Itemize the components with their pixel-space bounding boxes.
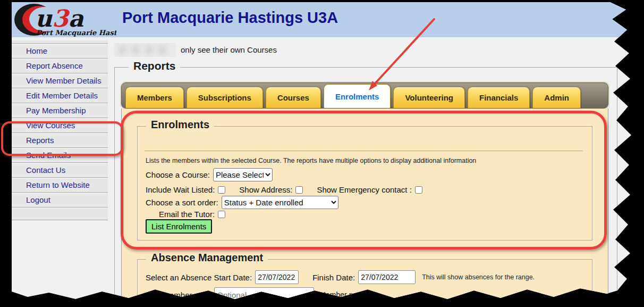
sidebar-spacer [12, 207, 108, 220]
sidebar-nav: Home Report Absence View Member Details … [12, 40, 108, 220]
enrolments-tab-panel: Enrolments Lists the members within the … [121, 109, 608, 307]
reports-legend: Reports [129, 60, 180, 72]
page-title: Port Macquarie Hastings U3A [122, 9, 338, 27]
tab-volunteering[interactable]: Volunteering [393, 87, 465, 108]
tab-financials[interactable]: Financials [468, 87, 530, 108]
tab-subscriptions[interactable]: Subscriptions [187, 87, 263, 108]
enrolments-fieldset: Enrolments Lists the members within the … [137, 126, 592, 240]
email-tutor-row: Email the Tutor: [159, 210, 225, 219]
sidebar-item-reports[interactable]: Reports [12, 132, 108, 147]
choose-course-row: Choose a Course: Please Select [146, 168, 273, 181]
member-number-input[interactable] [214, 287, 314, 302]
enrolments-description: Lists the members within the selected Co… [146, 157, 476, 164]
choose-course-label: Choose a Course: [146, 170, 210, 179]
absence-start-label: Select an Absence Start Date: [146, 273, 252, 282]
u3a-logo: u3a Port Macquarie Hastings [13, 3, 116, 37]
sidebar-item-edit-member-details[interactable]: Edit Member Details [12, 88, 108, 103]
sidebar-item-home[interactable]: Home [12, 43, 108, 58]
email-tutor-label: Email the Tutor: [159, 210, 215, 219]
redacted-text-blur [114, 43, 176, 57]
sidebar-item-logout[interactable]: Logout [12, 192, 108, 207]
tab-enrolments[interactable]: Enrolments [324, 84, 391, 108]
screenshot-page: u3a Port Macquarie Hastings Port Macquar… [12, 2, 644, 307]
sidebar-item-send-emails[interactable]: Send Emails [12, 147, 108, 162]
sidebar-item-view-courses[interactable]: View Courses [12, 118, 108, 132]
absence-range-note: This will show absences for the range. [422, 273, 535, 281]
svg-text:u3a: u3a [35, 5, 84, 32]
sort-order-label: Choose a sort order: [146, 198, 218, 207]
one-member-row: One member only: Member number [146, 287, 374, 302]
absence-start-date-input[interactable] [255, 270, 299, 284]
include-wait-listed-checkbox[interactable] [218, 186, 225, 194]
tab-members[interactable]: Members [125, 87, 184, 108]
tab-admin[interactable]: Admin [532, 87, 581, 108]
sidebar-item-report-absence[interactable]: Report Absence [12, 58, 108, 73]
absence-dates-row: Select an Absence Start Date: Finish Dat… [146, 270, 535, 284]
show-address-checkbox[interactable] [295, 186, 303, 194]
sort-order-row: Choose a sort order: Status + Date enrol… [146, 196, 338, 209]
show-emergency-label: Show Emergency contact : [317, 185, 411, 194]
include-wait-listed-label: Include Wait Listed: [146, 185, 215, 194]
show-emergency-checkbox[interactable] [415, 186, 422, 194]
finish-date-label: Finish Date: [312, 273, 355, 282]
sidebar-item-view-member-details[interactable]: View Member Details [12, 73, 108, 88]
one-member-label: One member only: [146, 291, 211, 300]
email-tutor-checkbox[interactable] [218, 211, 225, 218]
divider [145, 151, 583, 151]
logo-subtitle: Port Macquarie Hastings [36, 29, 116, 37]
sidebar-item-return-to-website[interactable]: Return to Website [12, 177, 108, 192]
course-select[interactable]: Please Select [213, 168, 273, 181]
role-note-text: only see their own Courses [181, 45, 277, 54]
absence-management-fieldset: Absence Management Select an Absence Sta… [137, 259, 592, 307]
finish-date-input[interactable] [358, 270, 416, 284]
absence-management-legend: Absence Management [146, 252, 268, 264]
enrolments-legend: Enrolments [146, 119, 214, 131]
member-number-note: Member number [319, 291, 374, 299]
sidebar-item-pay-membership[interactable]: Pay Membership [12, 103, 108, 118]
sidebar-item-contact-us[interactable]: Contact Us [12, 162, 108, 177]
show-address-label: Show Address: [239, 185, 292, 194]
app-header: u3a Port Macquarie Hastings Port Macquar… [12, 2, 644, 37]
sort-order-select[interactable]: Status + Date enrolled [222, 196, 338, 209]
options-row: Include Wait Listed: Show Address: Show … [146, 185, 422, 194]
list-enrolments-button[interactable]: List Enrolments [146, 219, 212, 234]
reports-tab-bar: Members Subscriptions Courses Enrolments… [121, 82, 608, 109]
tab-courses[interactable]: Courses [266, 87, 321, 108]
